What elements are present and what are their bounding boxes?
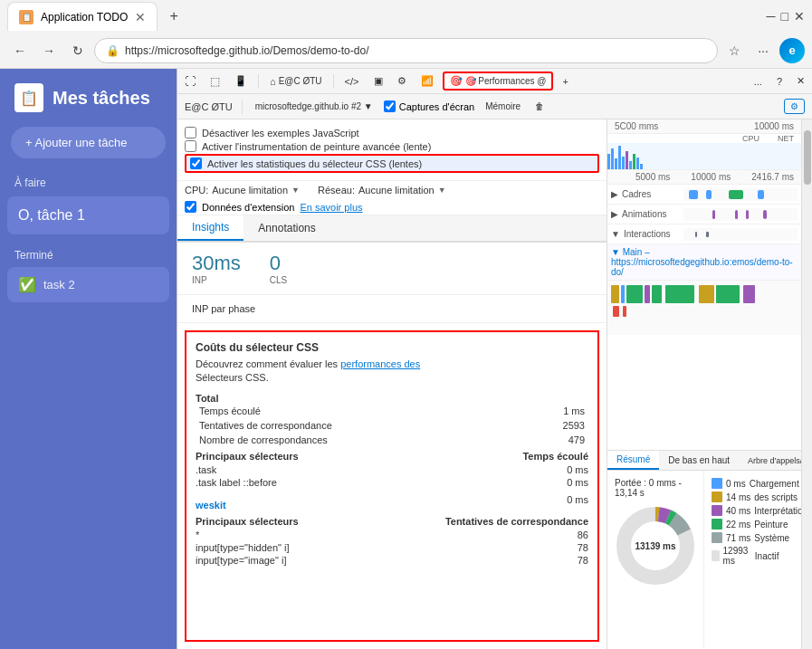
devtools-inspect-btn[interactable]: ⬚ (205, 73, 225, 90)
memoire-btn[interactable]: Mémoire (482, 100, 524, 113)
devtools-close-btn[interactable]: ✕ (791, 73, 810, 89)
captures-checkbox[interactable]: Captures d'écran (384, 100, 474, 112)
task-1-item[interactable]: O, tâche 1 (7, 196, 169, 234)
idle-time: 12993 ms (723, 546, 751, 566)
selector-row-task: .task 0 ms (196, 463, 588, 476)
scripting-label: des scripts (754, 492, 801, 502)
devtools-performance-tab[interactable]: 🎯 🎯 Performances @ (443, 72, 554, 91)
legend-loading: 0 ms Chargement (712, 478, 801, 489)
rendering-color-swatch (712, 505, 722, 516)
learn-more-link[interactable]: En savoir plus (300, 202, 362, 213)
tab-close-button[interactable]: ✕ (135, 10, 146, 24)
cls-metric: 0 CLS (270, 252, 287, 285)
loading-label: Chargement (750, 479, 801, 489)
new-tab-button[interactable]: + (161, 4, 186, 29)
toolbar-separator-1 (258, 74, 259, 89)
webkit-selector: input[type="image" i] (196, 555, 286, 566)
system-label: Système (754, 533, 801, 543)
main-thread-timeline (607, 281, 801, 335)
scroll-thumb[interactable] (804, 130, 811, 185)
devtools-help-btn[interactable]: ? (771, 74, 788, 89)
cpu-label: CPU: (185, 185, 208, 196)
devtools-scrollbar[interactable] (801, 119, 812, 649)
advanced-paint-checkbox[interactable] (185, 140, 196, 152)
lock-icon: 🔒 (106, 44, 119, 57)
nav-icons: ☆ ··· e (721, 38, 805, 63)
network-dropdown-arrow[interactable]: ▼ (438, 186, 446, 195)
css-costs-link[interactable]: performances des (340, 358, 420, 369)
extension-row: Données d'extension En savoir plus (177, 199, 607, 215)
css-stats-checkbox[interactable] (190, 157, 202, 169)
toolbar2-sep (242, 100, 243, 114)
devtools-home-tab[interactable]: ⌂ E@C ØTU (264, 74, 328, 89)
close-window-button[interactable]: ✕ (794, 9, 805, 24)
cpu-dropdown-arrow[interactable]: ▼ (291, 186, 300, 195)
devtools-code-tab[interactable]: </> (339, 74, 365, 89)
row-label: Tentatives de correspondance (196, 418, 521, 433)
extension-checkbox[interactable] (185, 201, 196, 213)
forward-button[interactable]: → (36, 38, 62, 63)
add-task-button[interactable]: + Ajouter une tâche (11, 127, 166, 158)
timeline-scale-top: 5C00 mms 10000 ms (607, 119, 801, 134)
loading-color-swatch (712, 478, 722, 489)
devtools-more-btn[interactable]: ... (749, 74, 768, 89)
devtools-cursor-btn[interactable]: ⛶ (179, 73, 201, 90)
devtools-console-tab[interactable]: ▣ (368, 73, 388, 89)
legend-scripting: 14 ms des scripts (712, 492, 801, 502)
devtools-sources-tab[interactable]: ⚙ (392, 73, 412, 89)
microsoftedge-btn[interactable]: microsoftedge.github.io #2 ▼ (252, 100, 377, 113)
back-button[interactable]: ← (7, 38, 33, 63)
row-label: Nombre de correspondances (196, 433, 521, 447)
trash-btn[interactable]: 🗑 (531, 100, 548, 113)
maximize-button[interactable]: □ (781, 9, 788, 24)
tab-bottom-up[interactable]: De bas en haut (659, 451, 739, 470)
devtools-toolbar: ⛶ ⬚ 📱 ⌂ E@C ØTU </> ▣ ⚙ 📶 🎯 🎯 Performanc… (177, 69, 812, 94)
webkit-row-hidden: input[type="hidden" i] 78 (196, 541, 588, 554)
edge-icon[interactable]: e (779, 38, 805, 63)
more-button[interactable]: ··· (750, 38, 776, 63)
settings-gear-btn[interactable]: ⚙ (784, 99, 805, 114)
browser-tab[interactable]: 📋 Application TODO ✕ (7, 2, 158, 31)
webkit-header: weskit 0 ms (196, 494, 588, 512)
task-2-text: task 2 (43, 278, 75, 291)
inp-phase-title: INP par phase (192, 303, 255, 314)
animations-content (683, 208, 798, 221)
interactions-expand-icon[interactable]: ▼ (611, 229, 620, 239)
favorites-button[interactable]: ☆ (721, 38, 747, 63)
devtools-plus-tab[interactable]: + (557, 74, 573, 89)
timeline-rows: ▶ Cadres (607, 185, 801, 450)
main-area: 📋 Mes tâches + Ajouter une tâche À faire… (0, 69, 812, 649)
insights-tab[interactable]: Insights (177, 215, 244, 241)
rendering-time: 40 ms (726, 506, 750, 516)
animations-row: ▶ Animations (607, 205, 801, 224)
devtools-panel: ⛶ ⬚ 📱 ⌂ E@C ØTU </> ▣ ⚙ 📶 🎯 🎯 Performanc… (177, 69, 812, 649)
annotations-tab[interactable]: Annotations (244, 215, 330, 241)
refresh-button[interactable]: ↻ (65, 38, 91, 63)
main-thread-label: ▼ Main – https://microsoftedgegithub.io:… (607, 244, 801, 281)
frames-expand-icon[interactable]: ▶ (611, 189, 618, 199)
task-2-item[interactable]: ✅ task 2 (7, 267, 169, 302)
minimize-button[interactable]: ─ (767, 9, 776, 24)
frames-label: ▶ Cadres (611, 189, 683, 199)
cpu-bars (607, 143, 801, 169)
interactions-content (683, 228, 798, 241)
tab-summary[interactable]: Résumé (607, 451, 659, 470)
tab-call-tree[interactable]: Arbre d'appels/espace (739, 451, 801, 470)
devtools-network-tab[interactable]: 📶 (416, 73, 439, 89)
metrics-row: 30ms INP 0 CLS (177, 243, 607, 295)
devtools-right-panel: 5C00 mms 10000 ms CPU NET (607, 119, 801, 649)
webkit-attempts: 78 (578, 542, 588, 553)
css-costs-desc: Découvrez comment évaluer les performanc… (196, 358, 588, 386)
setting-row-3: Activer les statistiques du sélecteur CS… (185, 154, 599, 173)
devtools-device-btn[interactable]: 📱 (229, 73, 253, 89)
disable-js-checkbox[interactable] (185, 127, 196, 138)
tab-bar: 📋 Application TODO ✕ + ─ □ ✕ (0, 0, 812, 33)
total-label: Total (196, 393, 588, 404)
address-bar[interactable]: 🔒 https://microsoftedge.github.io/Demos/… (94, 38, 718, 63)
network-value: Aucune limitation (358, 185, 435, 196)
toolbar-separator-2 (333, 74, 334, 89)
animations-expand-icon[interactable]: ▶ (611, 209, 618, 219)
captures-input[interactable] (384, 100, 396, 112)
legend-painting: 22 ms Peinture (712, 519, 801, 530)
network-label: Réseau: (318, 185, 355, 196)
